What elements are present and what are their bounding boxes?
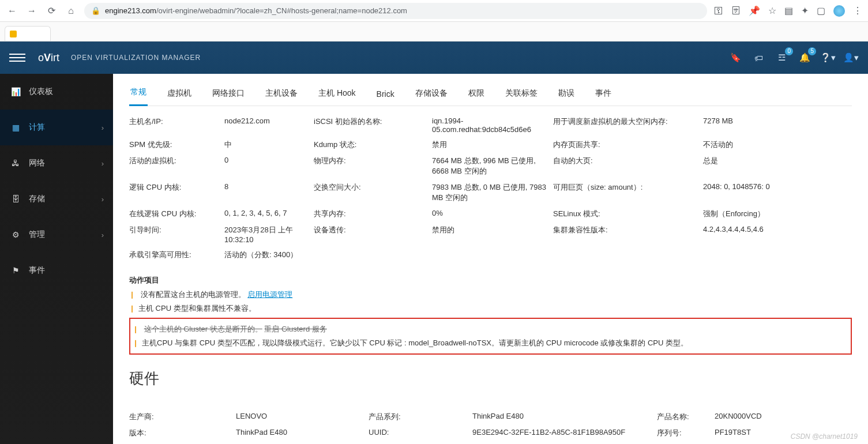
browser-tabstrip	[0, 22, 868, 42]
detail-value: 活动的（分数: 3400）	[224, 250, 314, 260]
detail-label: SPM 优先级:	[129, 140, 224, 150]
flag-icon: ⚑	[10, 266, 21, 275]
detail-label: 集群兼容性版本:	[553, 225, 703, 244]
translate-icon[interactable]: 🈂	[731, 6, 741, 16]
detail-label: 共享内存:	[314, 209, 432, 219]
user-menu-icon[interactable]: 👤▾	[843, 50, 859, 66]
detail-value: node212.com	[224, 116, 314, 134]
sidebar-item-compute[interactable]: ▦计算›	[0, 110, 113, 145]
tasks-icon[interactable]: ☲0	[773, 50, 790, 66]
hardware-grid: 生产商:LENOVO产品系列:ThinkPad E480产品名称:20KN000…	[129, 412, 852, 444]
sidebar-item-dashboard[interactable]: 📊仪表板	[0, 74, 113, 110]
detail-value: 0%	[432, 209, 553, 219]
tab-1[interactable]: 虚拟机	[166, 88, 193, 106]
tab-2[interactable]: 网络接口	[211, 88, 246, 106]
tab-10[interactable]: 事件	[594, 88, 613, 106]
tab-5[interactable]: Brick	[375, 89, 396, 106]
forward-icon[interactable]: →	[25, 5, 38, 17]
kebab-icon[interactable]: ⋮	[853, 5, 862, 16]
detail-value: 总是	[703, 156, 853, 176]
detail-value: 8	[224, 182, 314, 203]
action-cpu-mismatch: 主机CPU 与集群 CPU 类型不匹配，现以降级模式运行。它缺少以下 CPU 标…	[133, 336, 846, 350]
hw-value: 9E3E294C-32FE-11B2-A85C-81F1B98A950F	[472, 428, 657, 438]
tab-6[interactable]: 存储设备	[414, 88, 449, 106]
key-icon[interactable]: ⚿	[714, 6, 723, 16]
detail-label: 自动的大页:	[553, 156, 703, 176]
sidebar-item-label: 管理	[29, 229, 45, 240]
bell-badge: 5	[808, 47, 816, 55]
chevron-right-icon: ›	[102, 231, 104, 239]
window-icon[interactable]: ▢	[817, 5, 825, 16]
app-subtitle: OPEN VIRTUALIZATION MANAGER	[71, 54, 201, 62]
tab-9[interactable]: 勘误	[557, 88, 576, 106]
help-icon[interactable]: ❔▾	[820, 50, 836, 66]
watermark: CSDN @charnet1019	[791, 432, 858, 441]
detail-label: 活动的虚拟机:	[129, 156, 224, 176]
detail-label: 交换空间大小:	[314, 182, 432, 203]
dashboard-icon: 📊	[10, 87, 21, 96]
url-text: engine213.com/ovirt-engine/webadmin/?loc…	[105, 6, 407, 15]
profile-icon[interactable]	[833, 5, 845, 17]
sidebar-item-label: 网络	[29, 158, 45, 168]
hardware-title: 硬件	[129, 368, 852, 389]
sidebar-item-network[interactable]: 🖧网络›	[0, 145, 113, 181]
tab-4[interactable]: 主机 Hook	[317, 88, 357, 106]
hw-value: LENOVO	[236, 412, 369, 422]
lock-icon: 🔒	[91, 6, 100, 15]
extensions-icon[interactable]: ✦	[801, 5, 809, 16]
detail-value: 强制（Enforcing）	[703, 209, 853, 219]
detail-label	[314, 250, 432, 260]
back-icon[interactable]: ←	[6, 5, 18, 17]
hw-label: UUID:	[369, 428, 472, 438]
detail-value: 禁用的	[432, 225, 553, 244]
sidebar-item-label: 仪表板	[29, 86, 53, 97]
sidebar-item-label: 计算	[29, 122, 45, 133]
enable-power-mgmt-link[interactable]: 启用电源管理	[247, 290, 292, 299]
detail-value: 禁用	[432, 140, 553, 150]
bookmark-icon[interactable]: 🔖	[727, 50, 743, 66]
restart-glusterd-link[interactable]: 重启 Glusterd 服务	[264, 325, 326, 333]
detail-value: 7278 MB	[703, 116, 853, 134]
reload-icon[interactable]: ⟳	[45, 5, 58, 17]
star-icon[interactable]: ☆	[768, 5, 776, 16]
action-items: 没有配置这台主机的电源管理。 启用电源管理 主机 CPU 类型和集群属性不兼容。…	[129, 288, 852, 355]
home-icon[interactable]: ⌂	[65, 5, 77, 17]
sidebar-item-events[interactable]: ⚑事件	[0, 253, 113, 288]
detail-value: 0	[224, 156, 314, 176]
detail-value: iqn.1994-05.com.redhat:9dcb84c5d6e6	[432, 116, 553, 134]
hamburger-icon[interactable]	[9, 50, 25, 66]
tasks-badge: 0	[785, 47, 793, 55]
actions-title: 动作项目	[129, 265, 852, 288]
browser-tab[interactable]	[5, 26, 51, 41]
detail-label: iSCSI 初始器的名称:	[314, 116, 432, 134]
highlighted-alert-box: 这个主机的 Gluster 状态是断开的。 重启 Glusterd 服务 主机C…	[129, 318, 852, 355]
bell-icon[interactable]: 🔔5	[796, 50, 813, 66]
tab-3[interactable]: 主机设备	[264, 88, 299, 106]
network-icon: 🖧	[10, 159, 21, 168]
sidebar-item-label: 事件	[29, 265, 45, 276]
action-gluster: 这个主机的 Gluster 状态是断开的。 重启 Glusterd 服务	[133, 322, 846, 336]
sidebar-item-admin[interactable]: ⚙管理›	[0, 217, 113, 253]
action-power-mgmt: 没有配置这台主机的电源管理。 启用电源管理	[129, 288, 852, 302]
detail-value: 4.2,4.3,4.4,4.5,4.6	[703, 225, 853, 244]
sidebar-item-storage[interactable]: 🗄存储›	[0, 181, 113, 217]
detail-value: 2023年3月28日 上午10:32:10	[224, 225, 314, 244]
chevron-right-icon: ›	[102, 195, 104, 204]
hw-value: ThinkPad E480	[472, 412, 657, 422]
address-bar[interactable]: 🔒 engine213.com/ovirt-engine/webadmin/?l…	[84, 3, 707, 19]
detail-value	[432, 250, 553, 260]
tab-0[interactable]: 常规	[129, 87, 148, 106]
tab-7[interactable]: 权限	[467, 88, 486, 106]
hw-value: ThinkPad E480	[236, 428, 369, 438]
detail-label: 可用巨页（size: amount）:	[553, 182, 703, 203]
sidebar: 📊仪表板 ▦计算› 🖧网络› 🗄存储› ⚙管理› ⚑事件	[0, 74, 113, 444]
detail-value: 2048: 0, 1048576: 0	[703, 182, 853, 203]
detail-value: 0, 1, 2, 3, 4, 5, 6, 7	[224, 209, 314, 219]
detail-label: 引导时间:	[129, 225, 224, 244]
tags-icon[interactable]: 🏷	[750, 50, 766, 66]
action-cpu-incompat: 主机 CPU 类型和集群属性不兼容。	[129, 302, 852, 315]
tab-8[interactable]: 关联标签	[504, 88, 539, 106]
reader-icon[interactable]: ▤	[784, 5, 793, 16]
pin-icon[interactable]: 📌	[749, 5, 760, 16]
detail-label	[553, 250, 703, 260]
